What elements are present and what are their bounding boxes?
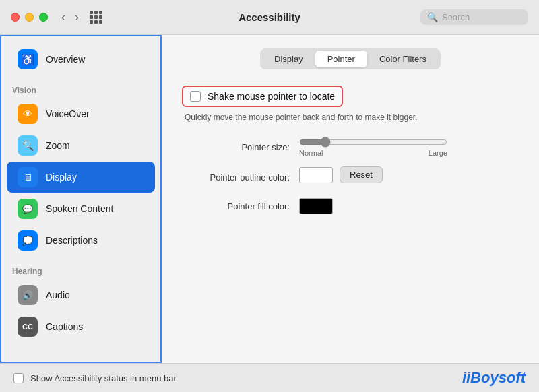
sidebar-label-overview: Overview <box>46 54 85 65</box>
sidebar-item-captions[interactable]: CC Captions <box>7 311 155 342</box>
pointer-fill-swatch[interactable] <box>299 198 333 214</box>
search-bar[interactable]: 🔍 Search <box>420 9 528 25</box>
search-placeholder: Search <box>442 12 470 22</box>
back-button[interactable]: ‹ <box>59 10 68 24</box>
logo-text: iBoysoft <box>466 369 526 386</box>
pointer-size-label: Pointer size: <box>182 142 290 152</box>
pointer-size-row: Pointer size: Normal Large <box>182 137 519 157</box>
bottom-bar: Show Accessibility status in menu bar ii… <box>0 363 539 392</box>
traffic-lights <box>11 13 48 22</box>
apps-grid-icon[interactable] <box>90 11 102 24</box>
pointer-fill-color-row: Pointer fill color: <box>182 198 519 214</box>
pointer-outline-color-row: Pointer outline color: Reset <box>182 166 519 189</box>
slider-label-normal: Normal <box>299 149 323 157</box>
overview-icon: ♿ <box>18 49 38 69</box>
sidebar-item-overview[interactable]: ♿ Overview <box>7 44 155 75</box>
pointer-fill-label: Pointer fill color: <box>182 201 290 211</box>
iboysoft-logo: iiBoysoft <box>462 369 526 387</box>
zoom-icon: 🔍 <box>18 135 38 156</box>
pointer-size-slider[interactable] <box>299 137 447 148</box>
sidebar-label-captions: Captions <box>46 321 83 332</box>
sidebar-item-zoom[interactable]: 🔍 Zoom <box>7 130 155 161</box>
main-content: ♿ Overview Vision 👁 VoiceOver 🔍 Zoom 🖥 D… <box>0 35 539 363</box>
sidebar-label-spoken-content: Spoken Content <box>46 203 113 214</box>
sidebar-item-spoken-content[interactable]: 💬 Spoken Content <box>7 193 155 224</box>
display-icon: 🖥 <box>18 167 38 187</box>
pointer-outline-label: Pointer outline color: <box>182 172 290 183</box>
show-accessibility-status-checkbox[interactable] <box>13 373 24 383</box>
voiceover-icon: 👁 <box>18 104 38 124</box>
sidebar-label-display: Display <box>46 172 77 183</box>
slider-labels: Normal Large <box>299 149 447 157</box>
sidebar-label-audio: Audio <box>46 290 70 300</box>
fullscreen-button[interactable] <box>39 13 48 22</box>
audio-icon: 🔊 <box>18 285 38 305</box>
tab-pointer[interactable]: Pointer <box>315 51 367 67</box>
sidebar-label-zoom: Zoom <box>46 140 70 151</box>
tab-display[interactable]: Display <box>262 51 315 67</box>
right-panel: Display Pointer Color Filters Shake mous… <box>162 35 539 363</box>
pointer-size-slider-container: Normal Large <box>299 137 447 157</box>
descriptions-icon: 💭 <box>18 230 38 251</box>
section-vision: Vision <box>1 80 160 98</box>
shake-mouse-label: Shake mouse pointer to locate <box>208 91 335 102</box>
sidebar-item-voiceover[interactable]: 👁 VoiceOver <box>7 98 155 129</box>
sidebar-item-audio[interactable]: 🔊 Audio <box>7 280 155 311</box>
tab-color-filters[interactable]: Color Filters <box>367 51 439 67</box>
shake-mouse-option[interactable]: Shake mouse pointer to locate <box>182 86 343 107</box>
forward-button[interactable]: › <box>72 10 82 24</box>
nav-buttons: ‹ › <box>59 10 82 24</box>
sidebar-item-descriptions[interactable]: 💭 Descriptions <box>7 225 155 256</box>
pointer-outline-controls: Reset <box>299 166 383 183</box>
title-bar: ‹ › Accessibility 🔍 Search <box>0 0 539 35</box>
reset-button[interactable]: Reset <box>340 166 383 183</box>
sidebar-label-voiceover: VoiceOver <box>46 108 90 119</box>
slider-label-large: Large <box>429 149 447 157</box>
tabs-row: Display Pointer Color Filters <box>260 48 441 69</box>
pointer-outline-swatch[interactable] <box>299 167 333 183</box>
show-accessibility-status-label: Show Accessibility status in menu bar <box>30 373 177 383</box>
captions-icon: CC <box>18 317 38 337</box>
minimize-button[interactable] <box>25 13 34 22</box>
shake-mouse-checkbox[interactable] <box>190 91 201 102</box>
spoken-content-icon: 💬 <box>18 199 38 219</box>
sidebar-label-descriptions: Descriptions <box>46 235 98 246</box>
section-hearing: Hearing <box>1 261 160 279</box>
search-icon: 🔍 <box>427 12 438 22</box>
shake-mouse-description: Quickly move the mouse pointer back and … <box>185 111 441 123</box>
window-title: Accessibility <box>239 11 300 23</box>
sidebar: ♿ Overview Vision 👁 VoiceOver 🔍 Zoom 🖥 D… <box>0 35 162 363</box>
sidebar-item-display[interactable]: 🖥 Display <box>7 162 155 193</box>
close-button[interactable] <box>11 13 20 22</box>
